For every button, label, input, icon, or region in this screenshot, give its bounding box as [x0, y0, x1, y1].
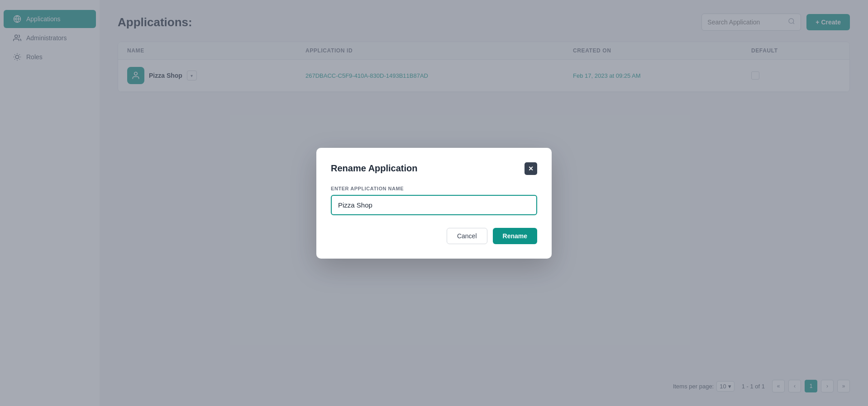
- rename-modal: Rename Application ✕ Enter Application N…: [316, 148, 552, 259]
- cancel-button[interactable]: Cancel: [447, 228, 487, 244]
- application-name-input[interactable]: [331, 195, 537, 215]
- modal-overlay: Rename Application ✕ Enter Application N…: [0, 0, 868, 406]
- modal-close-button[interactable]: ✕: [525, 162, 537, 175]
- modal-actions: Cancel Rename: [331, 228, 537, 244]
- modal-title: Rename Application: [331, 163, 418, 174]
- modal-header: Rename Application ✕: [331, 162, 537, 175]
- close-icon: ✕: [528, 165, 534, 172]
- modal-input-label: Enter Application Name: [331, 186, 537, 191]
- rename-button[interactable]: Rename: [493, 228, 537, 244]
